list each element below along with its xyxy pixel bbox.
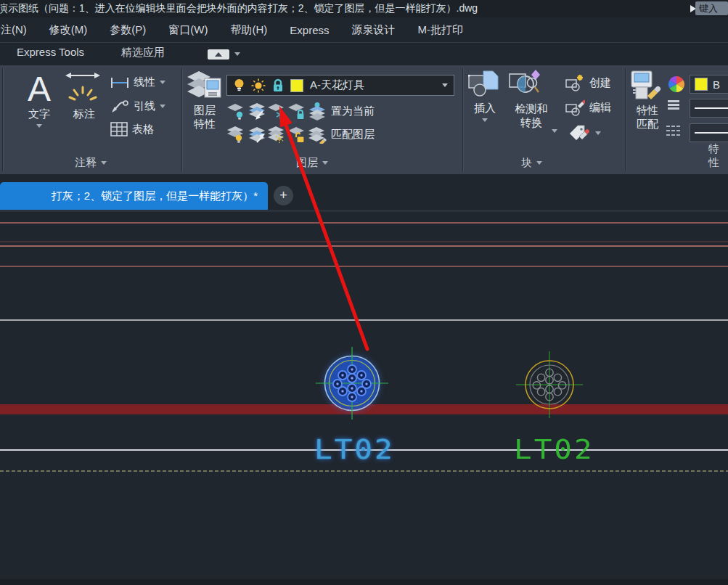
chevron-down-icon: [536, 161, 542, 165]
dimension-icon: [64, 70, 102, 107]
chevron-down-icon[interactable]: [552, 129, 557, 133]
linear-dim-icon: [110, 76, 129, 89]
menu-express[interactable]: Express: [290, 24, 329, 36]
ribbon-tab-row: Express Tools 精选应用: [0, 43, 728, 65]
block-panel-title[interactable]: 块: [521, 156, 542, 170]
create-block-icon: [565, 74, 585, 91]
edit-attributes-button[interactable]: [568, 123, 601, 142]
layer-unlock-icon[interactable]: [287, 125, 306, 144]
title-bar: 演示图纸（问题：1、进入在位编辑块里面会把块外面的内容打灰；2、锁定了图层，但是…: [0, 0, 728, 17]
panel-separator: [462, 68, 464, 171]
insert-block-button[interactable]: 插入: [467, 68, 502, 122]
chevron-down-icon: [36, 124, 42, 128]
drawing-geometry: [0, 212, 728, 579]
annotate-panel-title[interactable]: 注释: [75, 156, 107, 170]
layer-properties-button[interactable]: 图层 特性: [186, 68, 224, 131]
menu-yuanquan[interactable]: 源泉设计: [352, 23, 396, 37]
layer-locked-icon: [272, 78, 284, 92]
detect-convert-button[interactable]: 检测和 转换: [508, 68, 555, 129]
object-color-dropdown[interactable]: B: [690, 75, 728, 94]
detect-convert-icon: [508, 68, 546, 102]
properties-panel-title[interactable]: 特性: [708, 142, 728, 170]
menu-batch-print[interactable]: M-批打印: [418, 23, 464, 37]
new-tab-button[interactable]: +: [274, 186, 293, 205]
text-icon: A: [22, 70, 57, 107]
detect-convert-label-1: 检测和: [508, 102, 555, 115]
match-properties-button[interactable]: 特性 匹配: [629, 70, 666, 131]
match-layer-label: 匹配图层: [331, 128, 375, 142]
file-tab-bar: 打灰；2、锁定了图层，但是一样能打灰）* +: [0, 174, 728, 212]
match-layer-icon: [308, 125, 327, 144]
tab-featured-apps[interactable]: 精选应用: [121, 46, 165, 60]
layer-dropdown[interactable]: A-天花灯具: [226, 75, 454, 96]
layer-thaw-icon[interactable]: [267, 125, 286, 144]
linetype-icon: [666, 125, 681, 136]
layer-isolate-icon[interactable]: [247, 102, 266, 120]
edit-block-icon: [565, 99, 585, 116]
create-block-button[interactable]: 创建: [565, 74, 611, 91]
lineweight-dropdown[interactable]: [690, 123, 728, 142]
leader-label: 引线: [134, 99, 155, 113]
chevron-down-icon: [160, 81, 165, 84]
layer-unisolate-icon[interactable]: [247, 125, 266, 144]
dimension-button[interactable]: 标注: [64, 70, 105, 121]
layer-off-icon[interactable]: [226, 102, 245, 120]
active-file-tab[interactable]: 打灰；2、锁定了图层，但是一样能打灰）*: [0, 182, 268, 210]
object-color-swatch: [695, 78, 708, 91]
panel-separator: [625, 68, 626, 171]
menu-parametric[interactable]: 参数(P): [110, 23, 146, 37]
menu-dimension[interactable]: 标注(N): [0, 23, 27, 37]
insert-block-icon: [467, 68, 501, 102]
active-file-tab-label: 打灰；2、锁定了图层，但是一样能打灰）*: [52, 189, 268, 203]
search-hint-chip[interactable]: 键入: [695, 1, 728, 15]
match-properties-label-1: 特性: [629, 103, 666, 117]
layer-on-icon[interactable]: [226, 125, 245, 144]
chevron-down-icon: [322, 161, 328, 165]
chevron-down-icon: [595, 131, 601, 135]
layers-panel-title[interactable]: 图层: [296, 156, 328, 170]
color-wheel-icon[interactable]: [668, 75, 685, 93]
ribbon-collapse-button[interactable]: [208, 49, 229, 60]
edit-attributes-icon: [568, 123, 591, 142]
table-label: 表格: [132, 123, 154, 136]
text-label: 文字: [22, 107, 57, 121]
menu-window[interactable]: 窗口(W): [168, 23, 208, 37]
layer-properties-icon: [186, 68, 222, 103]
detect-convert-label-2: 转换: [508, 115, 555, 129]
lineweight-icon: [668, 100, 679, 110]
table-button[interactable]: 表格: [110, 122, 154, 136]
create-block-label: 创建: [589, 76, 611, 90]
chevron-down-icon: [101, 161, 107, 165]
layer-lock-icon[interactable]: [287, 102, 306, 120]
edit-block-button[interactable]: 编辑: [565, 99, 611, 116]
leader-icon: [110, 99, 129, 113]
light-label-selected[interactable]: LT02: [314, 433, 395, 465]
menu-help[interactable]: 帮助(H): [230, 23, 267, 37]
menu-modify[interactable]: 修改(M): [49, 23, 88, 37]
light-label-normal[interactable]: LT02: [514, 433, 594, 465]
layer-thaw-sun-icon: [251, 78, 266, 93]
text-button[interactable]: A 文字: [22, 70, 57, 128]
match-layer-button[interactable]: 匹配图层: [308, 125, 375, 144]
tab-express-tools[interactable]: Express Tools: [17, 46, 84, 58]
layer-freeze-icon[interactable]: [267, 102, 286, 120]
leader-button[interactable]: 引线: [110, 99, 165, 113]
drawing-canvas[interactable]: LT02 LT02: [0, 212, 728, 579]
linear-dim-label: 线性: [134, 75, 155, 89]
chevron-down-icon[interactable]: [234, 52, 240, 56]
object-color-value: B: [713, 78, 720, 91]
dimension-label: 标注: [64, 107, 105, 121]
edit-block-label: 编辑: [589, 101, 611, 115]
svg-text:A: A: [28, 70, 51, 107]
make-current-button[interactable]: 置为当前: [308, 102, 375, 120]
make-current-icon: [308, 102, 327, 120]
chevron-down-icon: [482, 118, 488, 122]
panel-separator: [2, 68, 4, 171]
linear-dim-button[interactable]: 线性: [110, 75, 165, 89]
match-properties-label-2: 匹配: [629, 117, 666, 131]
layer-on-bulb-icon: [234, 78, 245, 92]
match-properties-icon: [629, 70, 665, 103]
linetype-dropdown[interactable]: [690, 99, 728, 118]
layer-color-swatch: [290, 79, 303, 92]
current-layer-name: A-天花灯具: [310, 78, 435, 92]
